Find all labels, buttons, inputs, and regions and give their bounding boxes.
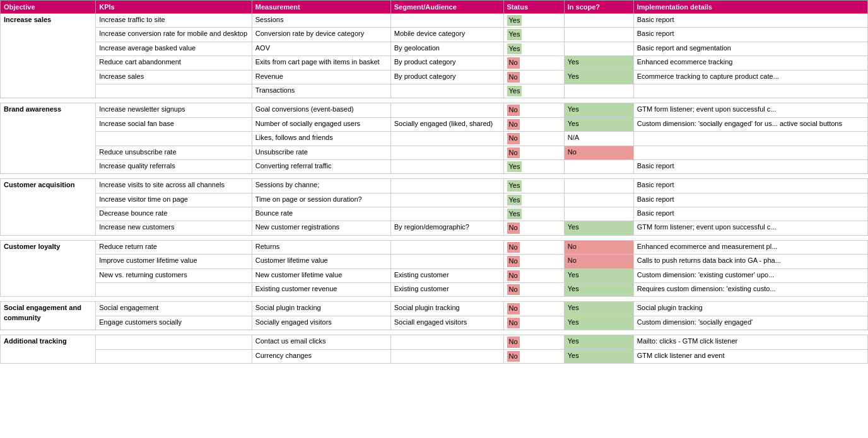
- measurement-cell: Returns: [252, 240, 390, 254]
- kpi-cell: Increase sales: [96, 70, 252, 84]
- inscope-cell: No: [564, 240, 633, 254]
- kpi-cell: Improve customer lifetime value: [96, 255, 252, 268]
- inscope-cell: Yes: [564, 103, 633, 117]
- impl-cell: [633, 146, 867, 159]
- status-cell: No: [503, 70, 564, 84]
- table-row: Brand awarenessIncrease newsletter signu…: [1, 103, 868, 117]
- status-cell: Yes: [503, 207, 564, 221]
- kpi-cell: [96, 283, 252, 297]
- status-cell: Yes: [503, 179, 564, 193]
- segment-cell: [390, 14, 503, 28]
- segment-cell: By product category: [390, 70, 503, 84]
- status-cell: No: [503, 302, 564, 316]
- measurement-cell: AOV: [252, 42, 390, 55]
- segment-cell: By region/demographic?: [390, 221, 503, 235]
- impl-cell: GTM click listener and event: [633, 349, 867, 363]
- status-cell: Yes: [503, 14, 564, 28]
- objective-cell: Customer loyalty: [1, 240, 96, 297]
- table-row: Customer loyaltyReduce return rateReturn…: [1, 240, 868, 254]
- status-cell: No: [503, 103, 564, 117]
- header-inscope: In scope?: [564, 1, 633, 14]
- segment-cell: Existing customer: [390, 283, 503, 297]
- impl-cell: Custom dimension: 'socially engaged': [633, 316, 867, 330]
- inscope-cell: [564, 159, 633, 173]
- inscope-cell: N/A: [564, 132, 633, 146]
- table-row: Increase salesRevenueBy product category…: [1, 70, 868, 84]
- inscope-cell: [564, 84, 633, 98]
- status-cell: No: [503, 56, 564, 70]
- measurement-cell: Contact us email clicks: [252, 335, 390, 349]
- measurement-cell: Bounce rate: [252, 207, 390, 221]
- impl-cell: Enhanced ecommerce tracking: [633, 56, 867, 70]
- status-cell: No: [503, 221, 564, 235]
- inscope-cell: Yes: [564, 335, 633, 349]
- measurement-cell: Socially engaged visitors: [252, 316, 390, 330]
- objective-cell: Increase sales: [1, 14, 96, 98]
- objective-cell: Additional tracking: [1, 335, 96, 364]
- table-header: Objective KPIs Measurement Segment/Audie…: [1, 1, 868, 14]
- inscope-cell: No: [564, 255, 633, 268]
- segment-cell: By geolocation: [390, 42, 503, 55]
- kpi-cell: New vs. returning customers: [96, 268, 252, 282]
- inscope-cell: [564, 14, 633, 28]
- inscope-cell: [564, 28, 633, 42]
- impl-cell: GTM form listener; event upon successful…: [633, 103, 867, 117]
- impl-cell: Basic report: [633, 28, 867, 42]
- impl-cell: Basic report and segmentation: [633, 42, 867, 55]
- segment-cell: Mobile device category: [390, 28, 503, 42]
- impl-cell: Custom dimension: 'socially engaged' for…: [633, 117, 867, 131]
- segment-cell: [390, 179, 503, 193]
- table-row: Increase visitor time on pageTime on pag…: [1, 193, 868, 207]
- measurement-cell: Time on page or session duration?: [252, 193, 390, 207]
- header-status: Status: [503, 1, 564, 14]
- status-cell: No: [503, 335, 564, 349]
- kpi-cell: Reduce return rate: [96, 240, 252, 254]
- measurement-cell: Existing customer revenue: [252, 283, 390, 297]
- objective-cell: Customer acquisition: [1, 179, 96, 236]
- measurement-cell: Currency changes: [252, 349, 390, 363]
- measurement-cell: Converting referral traffic: [252, 159, 390, 173]
- impl-cell: Basic report: [633, 14, 867, 28]
- table-row: Increase salesIncrease traffic to siteSe…: [1, 14, 868, 28]
- inscope-cell: Yes: [564, 268, 633, 282]
- header-objective: Objective: [1, 1, 96, 14]
- measurement-cell: Sessions by channe;: [252, 179, 390, 193]
- impl-cell: Social plugin tracking: [633, 302, 867, 316]
- status-cell: No: [503, 268, 564, 282]
- inscope-cell: No: [564, 146, 633, 159]
- impl-cell: Enhanced ecommerce and measurement pl...: [633, 240, 867, 254]
- header-kpis: KPIs: [96, 1, 252, 14]
- segment-cell: [390, 207, 503, 221]
- kpi-cell: Engage customers socially: [96, 316, 252, 330]
- kpi-cell: Increase new customers: [96, 221, 252, 235]
- kpi-cell: Increase visits to site across all chann…: [96, 179, 252, 193]
- measurement-cell: Sessions: [252, 14, 390, 28]
- segment-cell: [390, 240, 503, 254]
- impl-cell: Custom dimension: 'existing customer' up…: [633, 268, 867, 282]
- table-row: Increase average basked valueAOVBy geolo…: [1, 42, 868, 55]
- measurement-cell: New customer lifetime value: [252, 268, 390, 282]
- table-row: Improve customer lifetime valueCustomer …: [1, 255, 868, 268]
- impl-cell: Mailto: clicks - GTM click listener: [633, 335, 867, 349]
- table-row: Existing customer revenueExisting custom…: [1, 283, 868, 297]
- table-row: Social engagement and communitySocial en…: [1, 302, 868, 316]
- measurement-cell: Customer lifetime value: [252, 255, 390, 268]
- segment-cell: [390, 335, 503, 349]
- impl-cell: Basic report: [633, 179, 867, 193]
- status-cell: No: [503, 316, 564, 330]
- measurement-cell: New customer registrations: [252, 221, 390, 235]
- segment-cell: By product category: [390, 56, 503, 70]
- inscope-cell: Yes: [564, 56, 633, 70]
- impl-cell: Requires custom dimension: 'existing cus…: [633, 283, 867, 297]
- kpi-cell: Reduce cart abandonment: [96, 56, 252, 70]
- kpi-cell: Social engagement: [96, 302, 252, 316]
- status-cell: Yes: [503, 159, 564, 173]
- kpi-cell: Increase quality referrals: [96, 159, 252, 173]
- table-row: Increase new customersNew customer regis…: [1, 221, 868, 235]
- segment-cell: [390, 255, 503, 268]
- table-row: Engage customers sociallySocially engage…: [1, 316, 868, 330]
- status-cell: Yes: [503, 84, 564, 98]
- kpi-cell: Increase newsletter signups: [96, 103, 252, 117]
- segment-cell: [390, 103, 503, 117]
- inscope-cell: [564, 179, 633, 193]
